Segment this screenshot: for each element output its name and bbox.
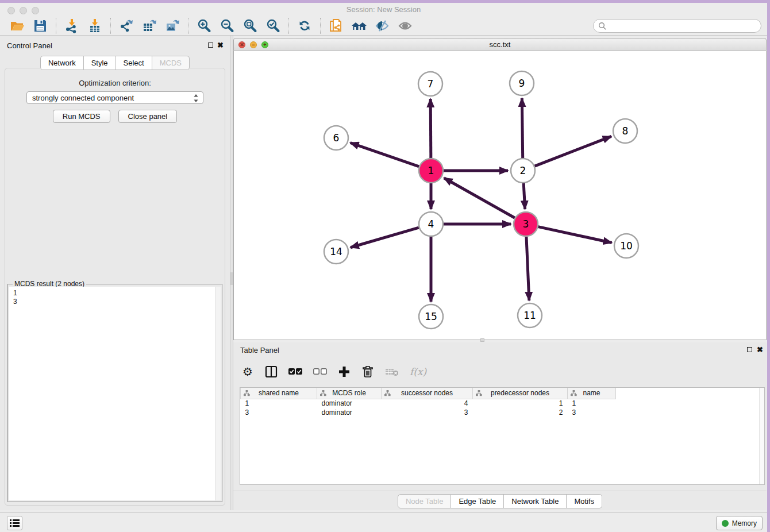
network-resize-grip[interactable] [480, 338, 484, 342]
network-window-titlebar[interactable]: ✕ − + scc.txt [233, 38, 767, 51]
edge-1-7[interactable] [430, 99, 431, 158]
search-field[interactable] [593, 19, 761, 33]
table-scrollbar[interactable] [759, 388, 764, 484]
cell-predecessor-nodes[interactable]: 2 [473, 408, 568, 417]
titlebar: Session: New Session [0, 3, 767, 16]
table-close-icon[interactable]: ✖ [757, 345, 763, 354]
edge-2-8[interactable] [535, 136, 611, 166]
clear-column-selection-icon[interactable] [313, 364, 327, 379]
node-3[interactable]: 3 [514, 212, 538, 236]
node-4[interactable]: 4 [419, 212, 443, 236]
cell-name[interactable]: 1 [568, 399, 616, 408]
node-15[interactable]: 15 [419, 304, 443, 329]
zoom-fit-icon[interactable] [241, 18, 259, 34]
cell-shared-name[interactable]: 1 [241, 399, 317, 408]
tab-network[interactable]: Network [40, 56, 84, 70]
optimization-criterion-select[interactable]: strongly connected component [26, 91, 203, 104]
network-graph[interactable]: 7968124314101511 [234, 51, 766, 339]
tab-select[interactable]: Select [116, 56, 152, 70]
node-11[interactable]: 11 [518, 303, 542, 327]
edge-4-14[interactable] [351, 228, 419, 248]
window-title: Session: New Session [0, 5, 767, 14]
node-7[interactable]: 7 [418, 72, 442, 96]
show-graphics-details-icon[interactable] [396, 18, 414, 34]
tab-mcds[interactable]: MCDS [152, 56, 190, 70]
zoom-selected-icon[interactable] [264, 18, 282, 34]
toolbar-separator [56, 18, 56, 34]
edge-3-10[interactable] [538, 227, 611, 243]
open-session-icon[interactable] [9, 18, 26, 34]
cell-name[interactable]: 3 [568, 408, 616, 417]
delete-column-icon[interactable] [361, 364, 374, 379]
column-header-name[interactable]: name [568, 388, 616, 399]
tab-edge-table[interactable]: Edge Table [451, 494, 504, 508]
export-network-icon[interactable] [118, 18, 135, 34]
table-float-icon[interactable] [747, 347, 752, 352]
cell-MCDS-role[interactable]: dominator [317, 399, 382, 408]
cybrowser-home-icon[interactable] [351, 18, 368, 34]
tab-node-table[interactable]: Node Table [398, 494, 452, 508]
cell-MCDS-role[interactable]: dominator [317, 408, 382, 417]
node-table[interactable]: shared nameMCDS rolesuccessor nodesprede… [240, 387, 765, 485]
node-8[interactable]: 8 [613, 119, 637, 143]
tab-motifs[interactable]: Motifs [567, 494, 602, 508]
edge-3-11[interactable] [526, 237, 529, 300]
run-mcds-button[interactable]: Run MCDS [53, 110, 110, 123]
tab-style[interactable]: Style [84, 56, 116, 70]
network-view-window: ✕ − + scc.txt 7968124314101511 [233, 38, 767, 340]
select-all-columns-icon[interactable] [288, 364, 302, 379]
control-panel: Control Panel ✖ NetworkStyleSelectMCDS O… [0, 36, 230, 510]
save-session-icon[interactable] [32, 18, 49, 34]
node-10[interactable]: 10 [614, 234, 638, 258]
edge-2-9[interactable] [522, 98, 522, 158]
table-row[interactable]: 1dominator411 [241, 399, 616, 408]
divider-grip[interactable] [230, 272, 233, 285]
edge-3-1[interactable] [444, 178, 515, 218]
cell-shared-name[interactable]: 3 [241, 408, 317, 417]
memory-button[interactable]: Memory [716, 516, 763, 530]
add-column-icon[interactable] [338, 364, 351, 379]
cell-successor-nodes[interactable]: 3 [382, 408, 473, 417]
export-table-icon[interactable] [141, 18, 158, 34]
table-options-gear-icon[interactable]: ⚙ [241, 364, 254, 379]
edge-2-3[interactable] [523, 183, 525, 209]
mcds-result-box: MCDS result (2 nodes) 13 [7, 284, 222, 502]
column-header-shared-name[interactable]: shared name [241, 388, 317, 399]
edge-1-6[interactable] [351, 142, 419, 166]
show-columns-icon[interactable] [265, 364, 278, 379]
zoom-in-icon[interactable] [195, 18, 213, 34]
node-14[interactable]: 14 [324, 240, 348, 264]
hide-graphics-details-icon[interactable] [374, 18, 391, 34]
node-9[interactable]: 9 [510, 71, 534, 95]
column-header-MCDS-role[interactable]: MCDS role [317, 388, 382, 399]
close-panel-button[interactable]: Close panel [118, 110, 178, 123]
table-panel-title: Table Panel [240, 346, 279, 354]
export-image-icon[interactable] [164, 18, 181, 34]
node-6[interactable]: 6 [324, 126, 348, 150]
node-label-11: 11 [523, 310, 536, 321]
node-2[interactable]: 2 [511, 159, 535, 183]
refresh-view-icon[interactable] [296, 18, 313, 34]
table-panel-tabs: Node TableEdge TableNetwork TableMotifs [398, 494, 602, 508]
tab-network-table[interactable]: Network Table [504, 494, 567, 508]
task-history-button[interactable] [7, 516, 22, 530]
mcds-result-list[interactable]: 13 [9, 287, 215, 500]
close-panel-icon[interactable]: ✖ [217, 41, 224, 49]
column-header-successor-nodes[interactable]: successor nodes [382, 388, 473, 399]
zoom-out-icon[interactable] [218, 18, 236, 34]
toolbar-separator [288, 18, 289, 34]
import-network-icon[interactable] [63, 18, 80, 34]
cell-successor-nodes[interactable]: 4 [382, 399, 473, 408]
search-input[interactable] [607, 21, 761, 31]
fx-label: f(x) [410, 366, 426, 377]
float-panel-icon[interactable] [208, 43, 213, 48]
network-canvas[interactable]: 7968124314101511 [233, 51, 767, 340]
import-table-icon[interactable] [86, 18, 103, 34]
table-row[interactable]: 3dominator323 [241, 408, 616, 417]
node-1[interactable]: 1 [419, 159, 443, 183]
new-network-from-selection-icon[interactable] [328, 18, 345, 34]
cell-predecessor-nodes[interactable]: 1 [473, 399, 568, 408]
result-scrollbar[interactable] [215, 287, 221, 500]
node-label-3: 3 [523, 218, 529, 230]
column-header-predecessor-nodes[interactable]: predecessor nodes [473, 388, 568, 399]
